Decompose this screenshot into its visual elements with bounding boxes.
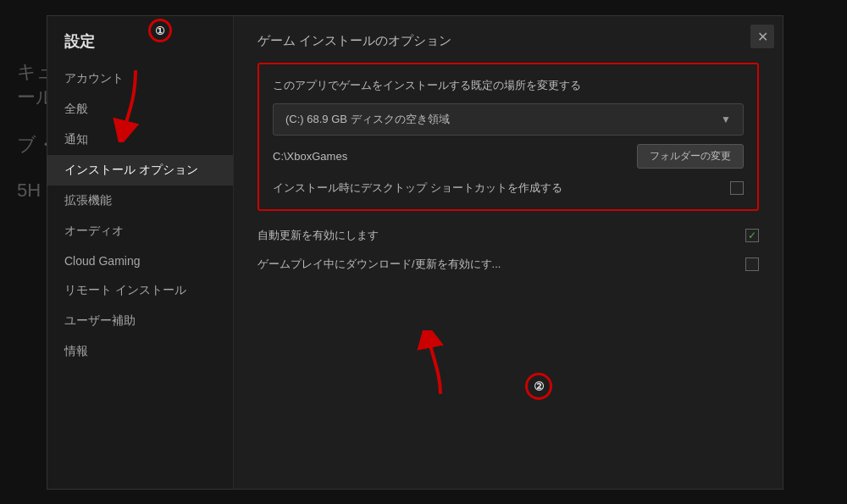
shortcut-label: インストール時にデスクトップ ショートカットを作成する	[273, 180, 562, 196]
install-path-value: C:\XboxGames	[273, 150, 347, 163]
close-button[interactable]: ✕	[750, 25, 774, 48]
settings-sidebar: 設定 アカウント 全般 通知 インストール オプション 拡張機能 オーディオ C…	[47, 16, 234, 489]
auto-update-row: 自動更新を有効にします ✓	[257, 228, 759, 243]
extra-options-section: 自動更新を有効にします ✓ ゲームプレイ中にダウンロード/更新を有効にす...	[257, 228, 759, 272]
auto-update-checkbox[interactable]: ✓	[745, 229, 759, 242]
shortcut-checkbox[interactable]	[730, 181, 744, 195]
sidebar-item-info[interactable]: 情報	[47, 336, 233, 367]
drive-dropdown[interactable]: (C:) 68.9 GB ディスクの空き領域 ▼	[273, 103, 744, 136]
path-row: C:\XboxGames フォルダーの変更	[273, 144, 744, 169]
sidebar-item-general[interactable]: 全般	[47, 94, 233, 125]
sidebar-item-remote-install[interactable]: リモート インストール	[47, 275, 233, 306]
settings-dialog: 設定 アカウント 全般 通知 インストール オプション 拡張機能 オーディオ C…	[47, 15, 783, 490]
sidebar-item-install-options[interactable]: インストール オプション	[47, 155, 233, 186]
step1-circle: ①	[148, 19, 172, 42]
sidebar-title: 設定	[64, 31, 95, 52]
sidebar-item-account[interactable]: アカウント	[47, 64, 233, 94]
gameplay-download-label: ゲームプレイ中にダウンロード/更新を有効にす...	[257, 257, 501, 272]
step1-badge: ①	[148, 19, 172, 42]
sidebar-item-cloud-gaming[interactable]: Cloud Gaming	[47, 246, 233, 275]
chevron-down-icon: ▼	[721, 114, 731, 125]
change-folder-button[interactable]: フォルダーの変更	[637, 144, 744, 169]
gameplay-download-row: ゲームプレイ中にダウンロード/更新を有効にす...	[257, 257, 759, 272]
install-options-box: このアプリでゲームをインストールする既定の場所を変更する (C:) 68.9 G…	[257, 63, 759, 211]
checkmark-icon: ✓	[748, 230, 756, 241]
sidebar-item-notifications[interactable]: 通知	[47, 125, 233, 155]
section-title: ゲーム インストールのオプション	[257, 33, 759, 49]
location-label: このアプリでゲームをインストールする既定の場所を変更する	[273, 78, 744, 93]
sidebar-item-audio[interactable]: オーディオ	[47, 216, 233, 246]
main-content: ゲーム インストールのオプション このアプリでゲームをインストールする既定の場所…	[234, 16, 783, 489]
step2-circle: ②	[525, 373, 552, 400]
drive-dropdown-value: (C:) 68.9 GB ディスクの空き領域	[285, 112, 450, 127]
sidebar-item-extensions[interactable]: 拡張機能	[47, 186, 233, 216]
sidebar-header: 設定	[47, 28, 233, 64]
auto-update-label: 自動更新を有効にします	[257, 228, 379, 243]
sidebar-item-accessibility[interactable]: ユーザー補助	[47, 306, 233, 336]
shortcut-checkbox-row: インストール時にデスクトップ ショートカットを作成する	[273, 180, 744, 196]
gameplay-download-checkbox[interactable]	[745, 258, 759, 271]
